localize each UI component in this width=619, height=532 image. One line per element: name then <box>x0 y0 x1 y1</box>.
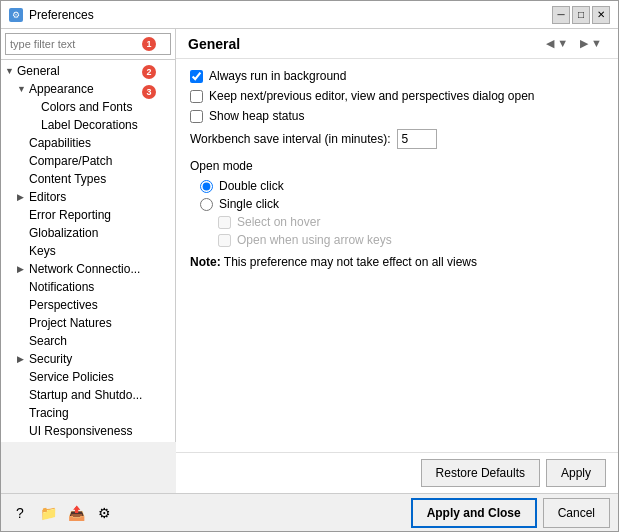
keep-next-checkbox[interactable] <box>190 90 203 103</box>
tree-item-network[interactable]: ▶ Network Connectio... <box>1 260 175 278</box>
tree-item-search[interactable]: Search <box>1 332 175 350</box>
tree-item-notifications[interactable]: Notifications <box>1 278 175 296</box>
tree-label-perspectives: Perspectives <box>29 298 98 312</box>
tree-item-keys[interactable]: Keys <box>1 242 175 260</box>
nav-forward-button[interactable]: ▶ ▼ <box>576 35 606 52</box>
expand-arrow-editors: ▶ <box>17 192 27 202</box>
bottom-icons: ? 📁 📤 ⚙ <box>9 502 115 524</box>
tree-item-compare-patch[interactable]: Compare/Patch <box>1 152 175 170</box>
expand-arrow-appearance: ▼ <box>17 84 27 94</box>
right-panel: General ◀ ▼ ▶ ▼ Always run in background… <box>176 29 618 493</box>
tree-label-search: Search <box>29 334 67 348</box>
tree-item-editors[interactable]: ▶ Editors <box>1 188 175 206</box>
nav-back-button[interactable]: ◀ ▼ <box>542 35 572 52</box>
tree-item-ui-resp[interactable]: UI Responsiveness <box>1 422 175 440</box>
tree-item-capabilities[interactable]: Capabilities <box>1 134 175 152</box>
tree-item-service-policies[interactable]: Service Policies <box>1 368 175 386</box>
apply-close-button[interactable]: Apply and Close <box>411 498 537 528</box>
tree-label-ui: UI Responsiveness <box>29 424 132 438</box>
nav-arrows: ◀ ▼ ▶ ▼ <box>542 35 606 52</box>
cancel-button[interactable]: Cancel <box>543 498 610 528</box>
single-click-row: Single click <box>190 197 604 211</box>
import-icon[interactable]: 📁 <box>37 502 59 524</box>
double-click-label: Double click <box>219 179 284 193</box>
minimize-button[interactable]: ─ <box>552 6 570 24</box>
tree-label-global: Globalization <box>29 226 98 240</box>
maximize-button[interactable]: □ <box>572 6 590 24</box>
page-title: General <box>188 36 240 52</box>
open-mode-label: Open mode <box>190 159 604 173</box>
settings-icon[interactable]: ⚙ <box>93 502 115 524</box>
single-click-label: Single click <box>219 197 279 211</box>
double-click-radio[interactable] <box>200 180 213 193</box>
workbench-save-row: Workbench save interval (in minutes): <box>190 129 604 149</box>
note-bold: Note: <box>190 255 221 269</box>
tree-item-tracing[interactable]: Tracing <box>1 404 175 422</box>
tree-label-editors: Editors <box>29 190 66 204</box>
select-hover-row: Select on hover <box>190 215 604 229</box>
tree-label-capabilities: Capabilities <box>29 136 91 150</box>
window-title: Preferences <box>29 8 94 22</box>
always-run-row: Always run in background <box>190 69 604 83</box>
open-arrow-label: Open when using arrow keys <box>237 233 392 247</box>
tree-item-error-reporting[interactable]: Error Reporting <box>1 206 175 224</box>
apply-button[interactable]: Apply <box>546 459 606 487</box>
workbench-save-label: Workbench save interval (in minutes): <box>190 132 391 146</box>
keep-next-label: Keep next/previous editor, view and pers… <box>209 89 535 103</box>
note-content: This preference may not take effect on a… <box>224 255 477 269</box>
tree-item-colors-fonts[interactable]: Colors and Fonts <box>1 98 175 116</box>
annotation-badge-1: 1 <box>142 37 156 51</box>
show-heap-row: Show heap status <box>190 109 604 123</box>
open-arrow-checkbox[interactable] <box>218 234 231 247</box>
tree-label-error: Error Reporting <box>29 208 111 222</box>
close-button[interactable]: ✕ <box>592 6 610 24</box>
keep-next-row: Keep next/previous editor, view and pers… <box>190 89 604 103</box>
tree-label-colors-fonts: Colors and Fonts <box>41 100 132 114</box>
tree-label-appearance: Appearance <box>29 82 94 96</box>
tree-label-service: Service Policies <box>29 370 114 384</box>
tree-item-globalization[interactable]: Globalization <box>1 224 175 242</box>
tree-item-perspectives[interactable]: Perspectives <box>1 296 175 314</box>
expand-arrow-general: ▼ <box>5 66 15 76</box>
note-text: Note: This preference may not take effec… <box>190 255 604 269</box>
tree-label-startup: Startup and Shutdo... <box>29 388 142 402</box>
tree-item-label-decorations[interactable]: Label Decorations <box>1 116 175 134</box>
tree-item-startup[interactable]: Startup and Shutdo... <box>1 386 175 404</box>
preferences-window: ⚙ Preferences ─ □ ✕ ▼ General <box>0 0 619 532</box>
tree-label-label-dec: Label Decorations <box>41 118 138 132</box>
expand-arrow-network: ▶ <box>17 264 27 274</box>
tree-label-tracing: Tracing <box>29 406 69 420</box>
open-arrow-row: Open when using arrow keys <box>190 233 604 247</box>
bottom-bar: ? 📁 📤 ⚙ Apply and Close Cancel <box>1 493 618 531</box>
tree-item-project-natures[interactable]: Project Natures <box>1 314 175 332</box>
annotation-badge-3: 3 <box>142 85 156 99</box>
always-run-label: Always run in background <box>209 69 346 83</box>
expand-arrow-security: ▶ <box>17 354 27 364</box>
single-click-radio[interactable] <box>200 198 213 211</box>
tree-label-compare: Compare/Patch <box>29 154 112 168</box>
tree-item-content-types[interactable]: Content Types <box>1 170 175 188</box>
always-run-checkbox[interactable] <box>190 70 203 83</box>
help-icon[interactable]: ? <box>9 502 31 524</box>
tree-label-keys: Keys <box>29 244 56 258</box>
select-hover-checkbox[interactable] <box>218 216 231 229</box>
title-bar-left: ⚙ Preferences <box>9 8 94 22</box>
left-panel-wrapper: ▼ General ▼ Appearance Colors and Fonts … <box>1 29 176 493</box>
tree-label-notifications: Notifications <box>29 280 94 294</box>
show-heap-label: Show heap status <box>209 109 304 123</box>
export-icon[interactable]: 📤 <box>65 502 87 524</box>
tree-area: ▼ General ▼ Appearance Colors and Fonts … <box>1 60 175 442</box>
restore-defaults-button[interactable]: Restore Defaults <box>421 459 540 487</box>
tree-label-network: Network Connectio... <box>29 262 140 276</box>
main-content: ▼ General ▼ Appearance Colors and Fonts … <box>1 29 618 493</box>
annotation-badge-2: 2 <box>142 65 156 79</box>
double-click-row: Double click <box>190 179 604 193</box>
select-hover-label: Select on hover <box>237 215 320 229</box>
workbench-save-input[interactable] <box>397 129 437 149</box>
tree-label-security: Security <box>29 352 72 366</box>
title-controls: ─ □ ✕ <box>552 6 610 24</box>
tree-label-project: Project Natures <box>29 316 112 330</box>
tree-item-security[interactable]: ▶ Security <box>1 350 175 368</box>
tree-label-general: General <box>17 64 60 78</box>
show-heap-checkbox[interactable] <box>190 110 203 123</box>
